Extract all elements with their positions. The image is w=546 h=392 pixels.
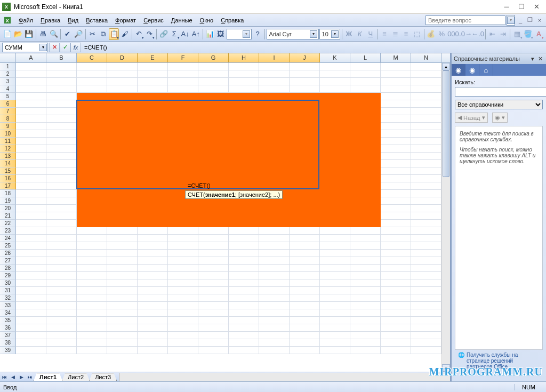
maximize-button[interactable]: ☐ <box>514 2 529 12</box>
row-header-35[interactable]: 35 <box>0 317 16 324</box>
task-search-input[interactable] <box>455 87 546 97</box>
menu-окно[interactable]: Окно <box>196 15 218 25</box>
row-header-19[interactable]: 19 <box>0 197 16 205</box>
row-header-18[interactable]: 18 <box>0 190 16 197</box>
enter-formula-button[interactable]: ✓ <box>60 43 70 52</box>
task-footer-link[interactable]: 🌐 Получить службы на странице решений па… <box>455 350 543 372</box>
row-header-17[interactable]: 17 <box>0 182 16 190</box>
row-header-27[interactable]: 27 <box>0 257 16 265</box>
doc-close-button[interactable]: × <box>535 16 544 25</box>
merge-button[interactable]: ⬚ <box>412 28 422 40</box>
menu-данные[interactable]: Данные <box>167 15 196 25</box>
col-header-F[interactable]: F <box>168 53 198 62</box>
tab-next-button[interactable]: ▶ <box>17 373 26 381</box>
col-header-N[interactable]: N <box>411 53 441 62</box>
row-header-30[interactable]: 30 <box>0 279 16 287</box>
tab-prev-button[interactable]: ◀ <box>9 373 17 381</box>
row-header-13[interactable]: 13 <box>0 153 16 160</box>
currency-button[interactable]: 💰 <box>425 28 436 40</box>
zoom-combo[interactable]: ▾ <box>227 29 252 39</box>
row-header-8[interactable]: 8 <box>0 115 16 123</box>
col-header-A[interactable]: A <box>16 53 46 62</box>
name-box[interactable]: СУММ▾ <box>2 43 48 52</box>
sort-asc-button[interactable]: A↓ <box>180 28 190 40</box>
row-header-36[interactable]: 36 <box>0 324 16 332</box>
cancel-formula-button[interactable]: ✕ <box>49 43 60 52</box>
hyperlink-button[interactable]: 🔗 <box>158 28 168 40</box>
fx-button[interactable]: fx <box>70 43 81 52</box>
scroll-thumb[interactable] <box>443 70 449 177</box>
select-all-corner[interactable] <box>0 53 16 62</box>
increase-indent-button[interactable]: ⇥ <box>498 28 508 40</box>
italic-button[interactable]: К <box>355 28 365 40</box>
row-header-10[interactable]: 10 <box>0 130 16 138</box>
task-tab-forward-icon[interactable]: ◉ <box>465 64 479 76</box>
menu-правка[interactable]: Правка <box>37 15 64 25</box>
row-header-24[interactable]: 24 <box>0 235 16 242</box>
row-header-31[interactable]: 31 <box>0 287 16 294</box>
align-center-button[interactable]: ≣ <box>390 28 400 40</box>
close-button[interactable]: ✕ <box>529 2 544 12</box>
row-header-23[interactable]: 23 <box>0 227 16 235</box>
row-header-22[interactable]: 22 <box>0 220 16 227</box>
bold-button[interactable]: Ж <box>344 28 354 40</box>
align-right-button[interactable]: ≡ <box>401 28 411 40</box>
tab-first-button[interactable]: ⏮ <box>0 373 9 381</box>
row-header-29[interactable]: 29 <box>0 272 16 279</box>
minimize-button[interactable]: ─ <box>499 2 514 12</box>
row-header-25[interactable]: 25 <box>0 242 16 250</box>
help-button[interactable]: ? <box>252 28 262 40</box>
tab-last-button[interactable]: ⏭ <box>26 373 34 381</box>
sheet-tab-Лист2[interactable]: Лист2 <box>62 373 90 381</box>
scroll-up-button[interactable]: ▲ <box>442 63 450 70</box>
app-menu-icon[interactable]: X <box>2 15 13 26</box>
spell-check-button[interactable]: ✔ <box>62 28 73 40</box>
row-header-38[interactable]: 38 <box>0 339 16 347</box>
row-header-14[interactable]: 14 <box>0 160 16 167</box>
vertical-scrollbar[interactable]: ▲ ▼ <box>441 63 450 372</box>
underline-button[interactable]: Ч <box>365 28 375 40</box>
references-dropdown[interactable]: Все справочники <box>455 100 543 109</box>
font-size-combo[interactable]: 10▾ <box>319 29 340 39</box>
row-header-1[interactable]: 1 <box>0 63 16 70</box>
sheet-tab-Лист3[interactable]: Лист3 <box>89 373 117 381</box>
col-header-D[interactable]: D <box>107 53 138 62</box>
task-forward-button[interactable]: ◉ ▾ <box>492 113 508 123</box>
col-header-E[interactable]: E <box>138 53 168 62</box>
row-header-34[interactable]: 34 <box>0 309 16 317</box>
row-header-32[interactable]: 32 <box>0 294 16 302</box>
decrease-decimal-button[interactable]: ←.0 <box>472 28 484 40</box>
row-header-4[interactable]: 4 <box>0 85 16 93</box>
col-header-M[interactable]: M <box>381 53 411 62</box>
col-header-L[interactable]: L <box>350 53 381 62</box>
open-button[interactable]: 📂 <box>13 28 23 40</box>
row-header-28[interactable]: 28 <box>0 265 16 272</box>
align-left-button[interactable]: ≡ <box>379 28 389 40</box>
help-search-input[interactable] <box>425 15 505 25</box>
save-button[interactable]: 💾 <box>24 28 34 40</box>
menu-сервис[interactable]: Сервис <box>140 15 167 25</box>
row-header-3[interactable]: 3 <box>0 78 16 85</box>
autosum-button[interactable]: Σ▾ <box>169 28 179 40</box>
copy-button[interactable]: ⧉ <box>98 28 108 40</box>
col-header-I[interactable]: I <box>259 53 290 62</box>
drawing-button[interactable]: 🖼 <box>215 28 226 40</box>
row-header-11[interactable]: 11 <box>0 138 16 145</box>
row-header-7[interactable]: 7 <box>0 108 16 115</box>
task-tab-back-icon[interactable]: ◉ <box>452 64 465 76</box>
col-header-H[interactable]: H <box>229 53 259 62</box>
font-color-button[interactable]: A▾ <box>534 28 544 40</box>
formula-input[interactable] <box>82 43 546 52</box>
cut-button[interactable]: ✂ <box>87 28 98 40</box>
menu-вставка[interactable]: Вставка <box>82 15 111 25</box>
row-header-12[interactable]: 12 <box>0 145 16 153</box>
column-headers[interactable]: ABCDEFGHIJKLMN <box>0 53 450 63</box>
col-header-J[interactable]: J <box>290 53 320 62</box>
percent-button[interactable]: % <box>437 28 447 40</box>
horizontal-scrollbar[interactable] <box>119 373 450 381</box>
row-header-33[interactable]: 33 <box>0 302 16 309</box>
decrease-indent-button[interactable]: ⇤ <box>487 28 497 40</box>
menu-вид[interactable]: Вид <box>64 15 82 25</box>
fill-color-button[interactable]: 🪣▾ <box>523 28 533 40</box>
task-back-button[interactable]: ◀ Назад ▾ <box>455 113 488 123</box>
